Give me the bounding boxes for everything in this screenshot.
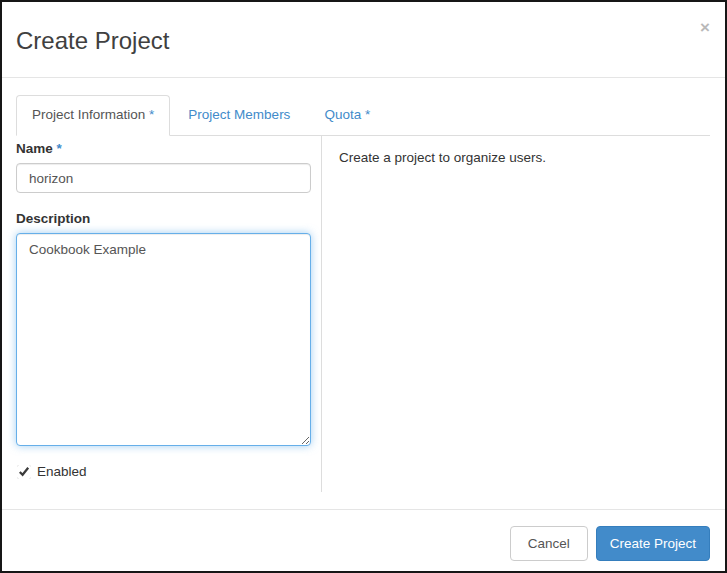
name-label: Name * <box>16 141 310 156</box>
name-input[interactable] <box>16 163 311 193</box>
required-asterisk: * <box>149 107 154 122</box>
tab-quota[interactable]: Quota * <box>308 95 386 136</box>
form-column: Name * Description Cookbook Example Enab… <box>16 136 322 492</box>
modal-title: Create Project <box>16 28 709 54</box>
enabled-label[interactable]: Enabled <box>37 464 87 479</box>
tab-bar: Project Information * Project Members Qu… <box>16 95 710 136</box>
required-asterisk: * <box>365 107 370 122</box>
enabled-row: Enabled <box>16 464 310 479</box>
description-group: Description Cookbook Example <box>16 211 310 446</box>
tab-content: Name * Description Cookbook Example Enab… <box>16 136 710 492</box>
modal-footer: Cancel Create Project <box>2 509 725 573</box>
modal-header: Create Project × <box>2 2 725 78</box>
help-text: Create a project to organize users. <box>339 148 700 168</box>
enabled-checkbox[interactable] <box>17 465 31 479</box>
description-textarea[interactable]: Cookbook Example <box>16 233 311 446</box>
create-project-button[interactable]: Create Project <box>596 526 710 561</box>
modal-body: Project Information * Project Members Qu… <box>2 78 725 509</box>
close-icon[interactable]: × <box>700 19 710 36</box>
tab-project-members[interactable]: Project Members <box>172 95 306 136</box>
description-label: Description <box>16 211 310 226</box>
tab-project-information[interactable]: Project Information * <box>16 95 170 136</box>
cancel-button[interactable]: Cancel <box>510 526 588 561</box>
name-group: Name * <box>16 141 310 193</box>
create-project-modal: Create Project × Project Information * P… <box>0 0 727 573</box>
help-column: Create a project to organize users. <box>322 136 710 492</box>
required-asterisk: * <box>57 141 62 156</box>
